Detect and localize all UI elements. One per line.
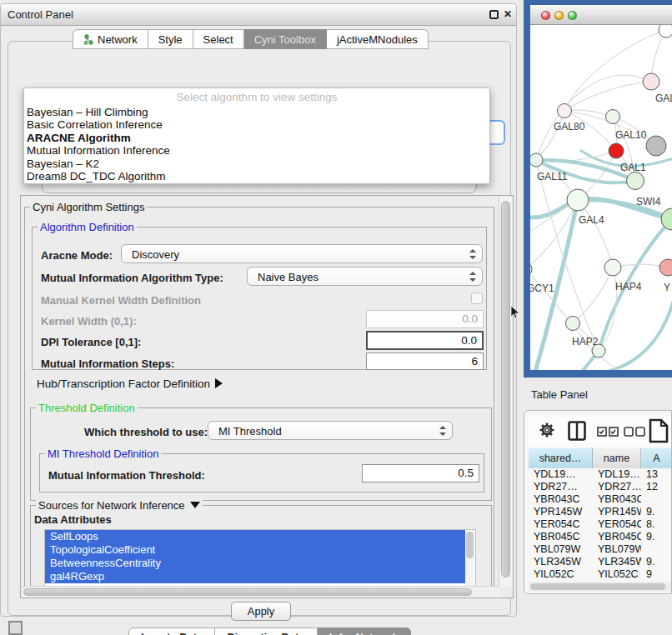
mi-algorithm-type-combobox[interactable]: Naive Bayes <box>247 267 483 286</box>
table-row[interactable]: YIL052CYIL052C9 <box>529 568 672 581</box>
network-node-GAL10[interactable] <box>606 110 620 124</box>
tab-label: jActiveMNodules <box>337 33 418 46</box>
table-row[interactable]: YDR27…YDR27…12 <box>529 481 672 493</box>
network-node-gal_tr[interactable] <box>643 73 659 90</box>
mi-threshold-field[interactable]: 0.5 <box>362 464 479 482</box>
cyni-algorithm-settings-group: Cyni Algorithm Settings Algorithm Defini… <box>24 207 494 592</box>
gear-icon[interactable] <box>539 422 555 438</box>
table-header-row: shared…nameA <box>529 448 672 468</box>
table-row[interactable]: YDL19…YDL19…13 <box>529 468 672 481</box>
network-window-titlebar[interactable] <box>530 5 672 25</box>
tab-select[interactable]: Select <box>193 29 244 49</box>
network-node-GAL11[interactable] <box>530 153 543 167</box>
threshold-definition-group: Threshold Definition Which threshold to … <box>30 408 492 501</box>
network-node-GAL80[interactable] <box>558 104 572 118</box>
minimized-panel-icon[interactable] <box>8 621 23 635</box>
table-cell: YER054C <box>529 518 593 531</box>
mi-steps-field[interactable]: 6 <box>366 352 484 370</box>
settings-horizontal-scrollbar[interactable] <box>22 586 499 597</box>
algorithm-option[interactable]: Mutual Information Inference <box>27 144 489 157</box>
algorithm-option[interactable]: Basic Correlation Inference <box>27 118 489 131</box>
kernel-width-field[interactable]: 0.0 <box>366 310 484 328</box>
table-cell: YBR043C <box>593 493 641 506</box>
node-label-GAL4: GAL4 <box>579 214 604 226</box>
column-header-2[interactable]: name <box>593 448 641 468</box>
network-node-bottom_g[interactable] <box>592 344 605 358</box>
table-cell <box>641 493 672 506</box>
cyni-settings-group-title: Cyni Algorithm Settings <box>30 201 147 213</box>
algorithm-option[interactable]: Bayesian – K2 <box>27 158 489 170</box>
attributes-scrollbar[interactable] <box>465 531 474 589</box>
algorithm-definition-title: Algorithm Definition <box>38 221 137 233</box>
table-row[interactable]: YBR043CYBR043C <box>529 493 672 506</box>
aracne-mode-combobox[interactable]: Discovery <box>121 244 483 263</box>
column-header-1[interactable]: shared… <box>529 448 593 468</box>
table-horizontal-scrollbar[interactable] <box>529 582 672 592</box>
network-node-HAP2[interactable] <box>566 317 580 331</box>
table-hscroll-thumb[interactable] <box>530 583 665 590</box>
settings-vscroll-thumb[interactable] <box>501 201 510 578</box>
network-canvas[interactable]: GALGAL80GAL10GAL1GAL11SWI4GAL4GCY1HAP4YH… <box>530 25 672 370</box>
kernel-width-label: Kernel Width (0,1): <box>41 315 137 328</box>
attribute-item[interactable]: SelfLoops <box>45 530 465 543</box>
split-columns-icon[interactable] <box>568 421 586 441</box>
close-window-icon[interactable] <box>541 11 550 20</box>
tab-cyni-toolbox[interactable]: Cyni Toolbox <box>244 29 327 49</box>
manual-kernel-width-checkbox[interactable] <box>471 292 483 304</box>
tab-style[interactable]: Style <box>148 29 193 49</box>
table-cell: YPR145W <box>529 506 593 518</box>
node-label-GCY1: GCY1 <box>530 282 554 294</box>
table-cell: YLR345W <box>593 556 641 568</box>
threshold-definition-title: Threshold Definition <box>36 402 138 414</box>
network-node-salmon[interactable] <box>659 259 672 276</box>
network-node-GAL4[interactable] <box>567 189 589 211</box>
manual-kernel-width-label: Manual Kernel Width Definition <box>41 294 201 307</box>
algorithm-option[interactable]: Bayesian – Hill Climbing <box>27 106 489 118</box>
close-panel-icon[interactable]: ✕ <box>504 8 512 20</box>
zoom-window-icon[interactable] <box>568 11 577 20</box>
float-window-icon[interactable] <box>489 10 499 19</box>
checked-boxes-icon[interactable] <box>597 427 619 437</box>
table-cell: YBL079W <box>593 543 641 556</box>
table-row[interactable]: YBL079WYBL079W <box>529 543 672 556</box>
table-row[interactable]: YER054CYER054C8. <box>529 518 672 531</box>
bottom-tab-infer-network[interactable]: Infer Network <box>318 628 411 635</box>
collapsed-arrow-icon <box>215 378 223 388</box>
dpi-tolerance-field[interactable]: 0.0 <box>366 331 484 350</box>
network-node-top_white[interactable] <box>659 25 672 38</box>
table-row[interactable]: YPR145WYPR145W9. <box>529 506 672 518</box>
expanded-arrow-icon <box>190 502 200 508</box>
tab-network[interactable]: Network <box>73 29 148 49</box>
node-label-SWI4: SWI4 <box>636 196 661 208</box>
network-node-GAL1[interactable] <box>609 143 624 158</box>
unchecked-boxes-icon[interactable] <box>624 427 645 437</box>
attribute-item[interactable]: gal4RGexp <box>45 570 465 583</box>
sources-group-title[interactable]: Sources for Network Inference <box>36 499 203 512</box>
table-row[interactable]: YLR345WYLR345W9. <box>529 556 672 568</box>
hub-definition-toggle[interactable]: Hub/Transcription Factor Definition <box>37 378 223 390</box>
bottom-tab-impute-data[interactable]: Impute Data <box>128 628 215 635</box>
attribute-item[interactable]: BetweennessCentrality <box>45 557 465 570</box>
table-row[interactable]: YBR045CYBR045C9. <box>529 531 672 543</box>
table-cell: 12 <box>641 481 672 493</box>
algorithm-option[interactable]: ARACNE Algorithm <box>27 132 489 144</box>
page-icon[interactable] <box>649 418 669 443</box>
algorithm-option[interactable]: Dream8 DC_TDC Algorithm <box>27 170 489 182</box>
table-cell: YDR27… <box>593 481 641 493</box>
bottom-tab-discretize-data[interactable]: Discretize Data <box>215 628 317 635</box>
data-attributes-list[interactable]: SelfLoopsTopologicalCoefficientBetweenne… <box>44 529 476 591</box>
network-node-HAP4[interactable] <box>604 259 621 276</box>
tab-jactivemnodules[interactable]: jActiveMNodules <box>327 29 429 49</box>
network-node-gray[interactable] <box>646 136 666 156</box>
column-header-3[interactable]: A <box>641 448 672 468</box>
control-panel-titlebar[interactable]: Control Panel ✕ <box>1 4 516 26</box>
attribute-item[interactable]: TopologicalCoefficient <box>45 543 465 557</box>
settings-vertical-scrollbar[interactable] <box>499 197 512 587</box>
settings-hscroll-thumb[interactable] <box>23 588 472 596</box>
tab-label: Style <box>158 33 183 46</box>
minimize-window-icon[interactable] <box>554 11 564 20</box>
network-node-mid_green[interactable] <box>627 172 644 190</box>
apply-button[interactable]: Apply <box>231 602 291 621</box>
which-threshold-combobox[interactable]: MI Threshold <box>208 421 453 440</box>
combo-arrows-icon <box>439 426 446 436</box>
